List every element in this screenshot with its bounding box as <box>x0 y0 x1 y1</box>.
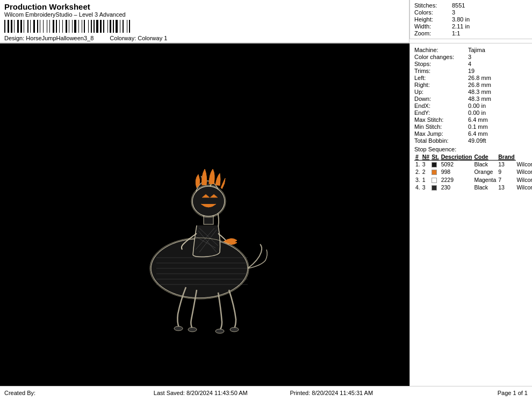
width-label: Width: <box>414 23 452 30</box>
barcode <box>4 19 405 34</box>
stop-table-body: 1. 3 5092 Black 13 Wilcom 2. 2 998 Orang… <box>414 160 532 191</box>
stitches-value: 8551 <box>452 2 465 9</box>
cell-st: 2229 <box>440 176 473 183</box>
col-n: N# <box>421 154 430 160</box>
main-content: Machine: Tajima Color changes: 3 Stops: … <box>0 43 532 386</box>
info-panel: Machine: Tajima Color changes: 3 Stops: … <box>409 43 532 386</box>
cell-st: 230 <box>440 184 473 191</box>
color-changes-row: Color changes: 3 <box>414 54 528 60</box>
cell-num: 2. <box>414 168 421 176</box>
cell-num: 1. <box>414 160 421 169</box>
cell-brand: Wilcom <box>516 160 532 169</box>
max-jump-row: Max Jump: 6.4 mm <box>414 130 528 137</box>
colors-label: Colors: <box>414 9 452 16</box>
cell-st: 5092 <box>440 160 473 169</box>
stitches-label: Stitches: <box>414 2 452 9</box>
up-row: Up: 48.3 mm <box>414 89 528 95</box>
footer-created-by: Created By: <box>4 390 135 396</box>
machine-label: Machine: <box>414 47 468 53</box>
max-stitch-row: Max Stitch: 6.4 mm <box>414 116 528 123</box>
down-value: 48.3 mm <box>468 96 491 102</box>
trims-row: Trims: 19 <box>414 68 528 74</box>
endy-value: 0.00 in <box>468 109 486 116</box>
stop-sequence-table: # N# St. Description Code Brand 1. 3 509… <box>414 154 532 191</box>
page-footer: Created By: Last Saved: 8/20/2024 11:43:… <box>0 386 532 399</box>
footer-page: Page 1 of 1 <box>397 390 528 396</box>
min-stitch-label: Min Stitch: <box>414 123 468 130</box>
design-value: HorseJumpHalloween3_8 <box>26 35 94 41</box>
trims-label: Trims: <box>414 68 468 74</box>
total-bobbin-row: Total Bobbin: 49.09ft <box>414 137 528 144</box>
total-bobbin-label: Total Bobbin: <box>414 137 468 144</box>
subtitle: Wilcom EmbroideryStudio – Level 3 Advanc… <box>4 11 405 18</box>
cell-code: 7 <box>497 176 515 183</box>
stop-sequence-title: Stop Sequence: <box>414 146 528 152</box>
cell-swatch <box>430 160 440 169</box>
page-title: Production Worksheet <box>4 2 405 11</box>
endx-value: 0.00 in <box>468 103 486 109</box>
stops-value: 4 <box>468 61 471 67</box>
cell-swatch <box>430 184 440 191</box>
svg-point-7 <box>192 186 225 216</box>
barcode-lines <box>4 20 132 33</box>
embroidery-image <box>0 43 409 386</box>
colorway-field: Colorway: Colorway 1 <box>110 35 167 41</box>
stitches-row: Stitches: 8551 <box>414 2 528 9</box>
colorway-value: Colorway 1 <box>138 35 167 41</box>
height-value: 3.80 in <box>452 16 470 23</box>
height-row: Height: 3.80 in <box>414 16 528 23</box>
embroidery-canvas <box>0 43 409 386</box>
cell-brand: Wilcom <box>516 184 532 191</box>
cell-n: 2 <box>421 168 430 176</box>
last-saved-value: 8/20/2024 11:43:50 AM <box>186 390 248 396</box>
col-description: Description <box>440 154 473 160</box>
colors-row: Colors: 3 <box>414 9 528 16</box>
max-jump-value: 6.4 mm <box>468 130 488 137</box>
cell-n: 3 <box>421 160 430 169</box>
min-stitch-row: Min Stitch: 0.1 mm <box>414 123 528 130</box>
colors-value: 3 <box>452 9 455 16</box>
created-by-label: Created By: <box>4 390 35 396</box>
table-row: 3. 1 2229 Magenta 7 Wilcom <box>414 176 532 183</box>
top-stats-section: Stitches: 8551 Colors: 3 Height: 3.80 in… <box>409 0 532 43</box>
cell-code: 13 <box>497 160 515 169</box>
down-row: Down: 48.3 mm <box>414 96 528 102</box>
svg-point-2 <box>174 326 183 331</box>
svg-point-4 <box>215 329 224 333</box>
printed-value: 8/20/2024 11:45:31 AM <box>312 390 373 396</box>
cell-n: 3 <box>421 184 430 191</box>
down-label: Down: <box>414 96 468 102</box>
col-brand: Brand <box>497 154 515 160</box>
svg-point-10 <box>228 239 232 244</box>
zoom-label: Zoom: <box>414 30 452 36</box>
page-label: Page 1 of 1 <box>498 390 528 396</box>
table-header-row: # N# St. Description Code Brand <box>414 154 532 160</box>
left-value: 26.8 mm <box>468 75 491 81</box>
up-label: Up: <box>414 89 468 95</box>
header-section: Production Worksheet Wilcom EmbroiderySt… <box>0 0 409 43</box>
right-value: 26.8 mm <box>468 82 491 88</box>
width-value: 2.11 in <box>452 23 470 30</box>
cell-st: 998 <box>440 168 473 176</box>
up-value: 48.3 mm <box>468 89 491 95</box>
cell-n: 1 <box>421 176 430 183</box>
cell-swatch <box>430 168 440 176</box>
min-stitch-value: 0.1 mm <box>468 123 488 130</box>
footer-printed: Printed: 8/20/2024 11:45:31 AM <box>266 390 397 396</box>
stops-label: Stops: <box>414 61 468 67</box>
max-stitch-value: 6.4 mm <box>468 116 488 123</box>
height-label: Height: <box>414 16 452 23</box>
cell-description: Black <box>473 160 497 169</box>
cell-num: 4. <box>414 184 421 191</box>
width-row: Width: 2.11 in <box>414 23 528 30</box>
printed-label: Printed: <box>290 390 312 396</box>
zoom-value: 1:1 <box>452 30 460 36</box>
table-row: 1. 3 5092 Black 13 Wilcom <box>414 160 532 169</box>
cell-brand: Wilcom <box>516 176 532 183</box>
machine-value: Tajima <box>468 47 485 53</box>
cell-num: 3. <box>414 176 421 183</box>
col-code: Code <box>473 154 497 160</box>
left-row: Left: 26.8 mm <box>414 75 528 81</box>
design-info: Design: HorseJumpHalloween3_8 Colorway: … <box>4 35 405 41</box>
color-changes-value: 3 <box>468 54 471 60</box>
